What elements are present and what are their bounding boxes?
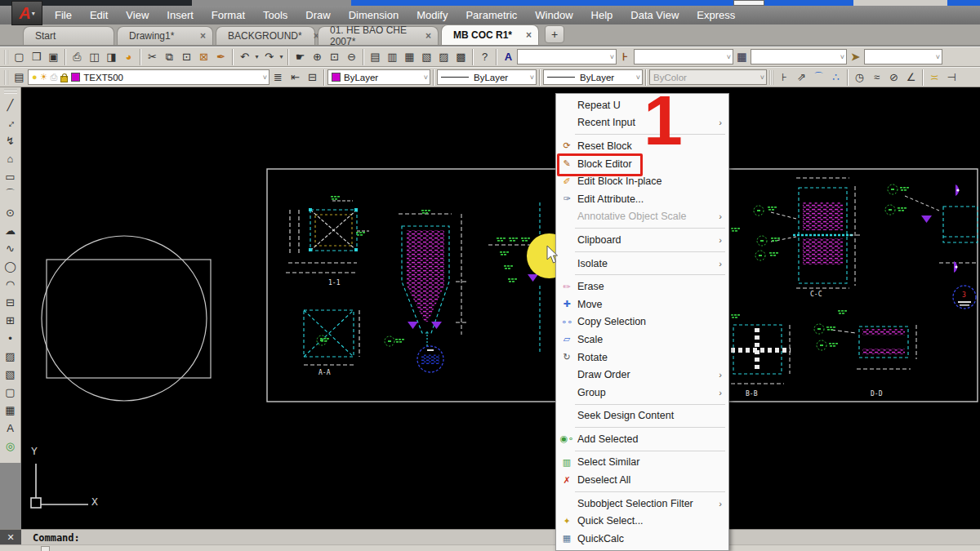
context-menu-item-seek-design-content[interactable]: Seek Design Content [556, 407, 728, 425]
menu-dimension[interactable]: Dimension [340, 7, 408, 23]
copy-icon[interactable]: ⧉ [161, 49, 178, 65]
toolbar-grip[interactable] [769, 70, 773, 85]
paste-special-icon[interactable]: ⊠ [195, 49, 212, 65]
ellipse-arc-tool[interactable]: ◠ [2, 275, 20, 293]
match-properties-icon[interactable]: ✒ [212, 49, 229, 65]
layer-previous-icon[interactable]: ⇤ [287, 69, 304, 86]
mleader-style-combo[interactable]: ˅ [864, 49, 942, 64]
toolbar-grip[interactable] [4, 50, 8, 64]
context-menu-item-subobject-selection-filter[interactable]: Subobject Selection Filter› [556, 495, 728, 513]
undo-icon[interactable]: ↶ [236, 49, 253, 65]
text-style-icon[interactable]: A [500, 49, 517, 65]
context-menu-item-annotative-object-scale[interactable]: Annotative Object Scale› [556, 208, 728, 226]
menu-parametric[interactable]: Parametric [457, 7, 526, 23]
zoom-realtime-icon[interactable]: ⊕ [309, 49, 326, 65]
menu-express[interactable]: Express [688, 7, 744, 23]
aligned-dimension-icon[interactable]: ⇗ [793, 69, 810, 86]
dim-style-icon[interactable]: ⊦ [617, 49, 634, 65]
calculator-icon[interactable]: ▩ [452, 49, 470, 65]
toolbar-grip[interactable] [4, 70, 8, 85]
polygon-tool[interactable]: ⌂ [2, 149, 20, 167]
cut-icon[interactable]: ✂ [144, 49, 161, 65]
hatch-tool[interactable]: ▨ [2, 347, 20, 365]
drawing-canvas[interactable]: 1-1A-AC-CB-BD-D3 Y X [21, 87, 980, 529]
save-icon[interactable]: ▣ [45, 49, 62, 65]
arc-length-icon[interactable]: ⌒ [810, 69, 827, 86]
ellipse-tool[interactable]: ◯ [2, 257, 20, 275]
context-menu-item-rotate[interactable]: ↻Rotate [556, 349, 728, 367]
region-tool[interactable]: ▢ [2, 383, 20, 401]
context-menu-item-add-selected[interactable]: ◉∘Add Selected [556, 430, 728, 448]
context-menu-item-block-editor[interactable]: ✎Block Editor [556, 155, 728, 173]
ordinate-dimension-icon[interactable]: ∴ [827, 69, 844, 86]
context-menu-item-erase[interactable]: ✏Erase [556, 278, 728, 295]
tab-01-he-bao-che-2007[interactable]: 01. HE BAO CHE 2007*× [318, 26, 439, 45]
publish-icon[interactable]: ◨ [103, 49, 120, 65]
table-style-icon[interactable]: ▦ [733, 49, 751, 65]
tab-start[interactable]: Start [23, 26, 114, 45]
tab-close-icon[interactable]: × [425, 30, 431, 42]
context-menu-item-deselect-all[interactable]: ✗Deselect All [556, 471, 728, 489]
undo-dropdown-icon[interactable]: ▾ [253, 49, 261, 65]
point-tool[interactable]: • [2, 329, 20, 347]
menu-edit[interactable]: Edit [81, 7, 117, 23]
markup-icon[interactable]: ▨ [435, 49, 452, 65]
linear-dimension-icon[interactable]: ⊦ [776, 69, 793, 86]
plot-icon[interactable]: ⎙ [69, 49, 86, 65]
diameter-dimension-icon[interactable]: ⊘ [885, 69, 902, 86]
pan-icon[interactable]: ☛ [292, 49, 309, 65]
context-menu-item-select-similar[interactable]: ▥Select Similar [556, 454, 728, 472]
make-block-tool[interactable]: ⊞ [2, 311, 20, 329]
line-tool[interactable]: ╱ [2, 96, 20, 113]
context-menu-item-repeat-u[interactable]: Repeat U [556, 96, 728, 114]
redo-dropdown-icon[interactable]: ▾ [278, 49, 285, 65]
toolbar-grip[interactable] [4, 89, 17, 94]
radius-dimension-icon[interactable]: ◷ [851, 69, 868, 86]
sun-icon[interactable]: ☀ [40, 73, 48, 82]
titlebar-search-box[interactable] [733, 0, 764, 6]
menu-tools[interactable]: Tools [254, 7, 296, 23]
tab-background[interactable]: BACKGROUND*× [216, 26, 315, 45]
lineweight-combo[interactable]: ByLayer˅ [543, 69, 643, 85]
close-command-window-button[interactable]: ✕ [0, 530, 21, 545]
context-menu-item-isolate[interactable]: Isolate› [556, 255, 728, 273]
context-menu-item-reset-block[interactable]: ⟳Reset Block [556, 137, 728, 155]
designcenter-icon[interactable]: ▥ [384, 49, 401, 65]
dim-style-combo[interactable]: ˅ [634, 49, 733, 64]
lock-icon[interactable] [60, 76, 68, 82]
continue-dimension-icon[interactable]: ⊣ [943, 69, 960, 86]
context-menu-item-quick-select[interactable]: ✦Quick Select... [556, 512, 728, 530]
layer-states-icon[interactable]: ⊟ [304, 69, 321, 86]
menu-help[interactable]: Help [582, 7, 622, 23]
sheet-set-icon[interactable]: ▧ [418, 49, 435, 65]
context-menu-item-draw-order[interactable]: Draw Order› [556, 366, 728, 384]
context-menu-item-scale[interactable]: ▱Scale [556, 331, 728, 349]
context-menu-item-copy-selection[interactable]: ∘∘Copy Selection [556, 313, 728, 331]
multiline-text-tool[interactable]: A [2, 419, 20, 437]
menu-file[interactable]: File [46, 7, 81, 23]
add-selected-tool[interactable]: ◎ [2, 437, 20, 455]
redo-icon[interactable]: ↷ [261, 49, 278, 65]
paste-icon[interactable]: ⊡ [178, 49, 195, 65]
tab-close-icon[interactable]: × [200, 30, 206, 42]
app-logo[interactable]: A▾ [11, 1, 42, 25]
context-menu-item-move[interactable]: ✚Move [556, 295, 728, 313]
zoom-previous-icon[interactable]: ⊖ [343, 49, 360, 65]
quick-dimension-icon[interactable]: ≍ [926, 69, 943, 86]
properties-icon[interactable]: ▤ [367, 49, 384, 65]
arc-tool[interactable]: ⌒ [2, 185, 20, 203]
menu-draw[interactable]: Draw [296, 7, 339, 23]
context-menu-item-edit-block-in-place[interactable]: ✐Edit Block In-place [556, 172, 728, 190]
table-tool[interactable]: ▦ [2, 401, 20, 419]
new-tab-button[interactable]: + [545, 25, 564, 43]
context-menu-item-clipboard[interactable]: Clipboard› [556, 231, 728, 249]
construction-line-tool[interactable]: ↔ [2, 113, 20, 131]
gradient-tool[interactable]: ▧ [2, 365, 20, 383]
menu-modify[interactable]: Modify [408, 7, 457, 23]
menu-view[interactable]: View [117, 7, 158, 23]
menu-format[interactable]: Format [203, 7, 254, 23]
polyline-tool[interactable]: ↯ [2, 131, 20, 149]
tab-mb-coc-r1[interactable]: MB COC R1*× [441, 24, 539, 45]
rectangle-tool[interactable]: ▭ [2, 167, 20, 185]
context-menu-item-edit-attribute[interactable]: ✑Edit Attribute... [556, 190, 728, 208]
